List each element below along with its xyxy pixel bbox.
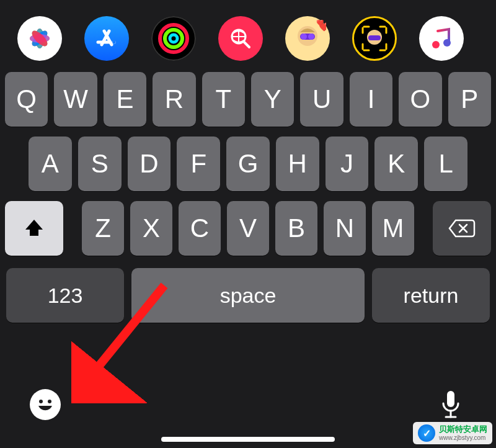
appstore-app-icon[interactable]	[84, 16, 129, 61]
svg-point-23	[443, 39, 451, 47]
message-app-tray: ❤️❤️	[0, 0, 496, 72]
image-search-app-icon[interactable]	[218, 16, 263, 61]
svg-point-17	[308, 34, 314, 40]
key-u[interactable]: U	[300, 72, 343, 127]
key-z[interactable]: Z	[82, 201, 124, 256]
shift-icon	[23, 217, 45, 240]
key-m[interactable]: M	[372, 201, 414, 256]
home-indicator[interactable]	[161, 437, 335, 442]
key-b[interactable]: B	[275, 201, 317, 256]
backspace-icon	[448, 218, 476, 239]
photos-app-icon[interactable]	[17, 16, 62, 61]
svg-line-13	[244, 42, 249, 47]
key-r[interactable]: R	[153, 72, 195, 127]
emoji-icon	[33, 392, 58, 417]
key-q[interactable]: Q	[5, 72, 48, 127]
key-d[interactable]: D	[128, 137, 171, 191]
memoji-sticker-2-icon[interactable]	[352, 16, 397, 61]
keyboard-row-4: 123 space return	[5, 268, 491, 323]
svg-point-24	[34, 393, 56, 416]
key-n[interactable]: N	[324, 201, 366, 256]
microphone-icon	[440, 390, 462, 419]
svg-point-22	[432, 41, 440, 48]
keyboard-row-2: A S D F G H J K L	[5, 137, 491, 191]
key-s[interactable]: S	[78, 137, 122, 191]
svg-text:❤️: ❤️	[316, 20, 324, 27]
keyboard-row-3: Z X C V B N M	[5, 201, 491, 256]
keyboard-row-1: Q W E R T Y U I O P	[5, 72, 491, 127]
music-app-icon[interactable]	[419, 16, 464, 61]
key-space[interactable]: space	[131, 268, 365, 323]
key-a[interactable]: A	[29, 137, 72, 191]
watermark-title: 贝斯特安卓网	[439, 425, 487, 434]
key-v[interactable]: V	[227, 201, 269, 256]
key-o[interactable]: O	[399, 72, 441, 127]
key-f[interactable]: F	[177, 137, 220, 191]
key-c[interactable]: C	[179, 201, 221, 256]
key-i[interactable]: I	[350, 72, 392, 127]
key-numbers[interactable]: 123	[6, 268, 124, 323]
key-shift[interactable]	[5, 201, 63, 256]
key-l[interactable]: L	[424, 137, 467, 191]
svg-point-25	[39, 400, 43, 403]
key-h[interactable]: H	[276, 137, 319, 191]
svg-point-16	[301, 34, 307, 40]
key-y[interactable]: Y	[251, 72, 294, 127]
key-w[interactable]: W	[54, 72, 97, 127]
ios-keyboard: Q W E R T Y U I O P A S D F G H J K L Z …	[0, 72, 496, 323]
svg-rect-21	[368, 35, 381, 40]
key-g[interactable]: G	[226, 137, 270, 191]
dictation-button[interactable]	[435, 389, 466, 420]
emoji-keyboard-button[interactable]	[30, 389, 61, 420]
svg-point-11	[170, 35, 177, 42]
key-t[interactable]: T	[202, 72, 245, 127]
svg-point-10	[165, 30, 182, 47]
key-j[interactable]: J	[326, 137, 369, 191]
svg-rect-27	[447, 391, 454, 407]
watermark-logo-icon: ✓	[418, 424, 435, 442]
svg-point-26	[48, 400, 51, 403]
watermark-url: www.zjbstyy.com	[439, 434, 487, 441]
key-return[interactable]: return	[372, 268, 490, 323]
key-p[interactable]: P	[448, 72, 491, 127]
memoji-sticker-1-icon[interactable]: ❤️❤️	[285, 16, 330, 61]
activity-app-icon[interactable]	[151, 16, 196, 61]
key-backspace[interactable]	[433, 201, 491, 256]
watermark: ✓ 贝斯特安卓网 www.zjbstyy.com	[413, 422, 492, 444]
key-k[interactable]: K	[374, 137, 418, 191]
key-e[interactable]: E	[104, 72, 146, 127]
key-x[interactable]: X	[130, 201, 172, 256]
